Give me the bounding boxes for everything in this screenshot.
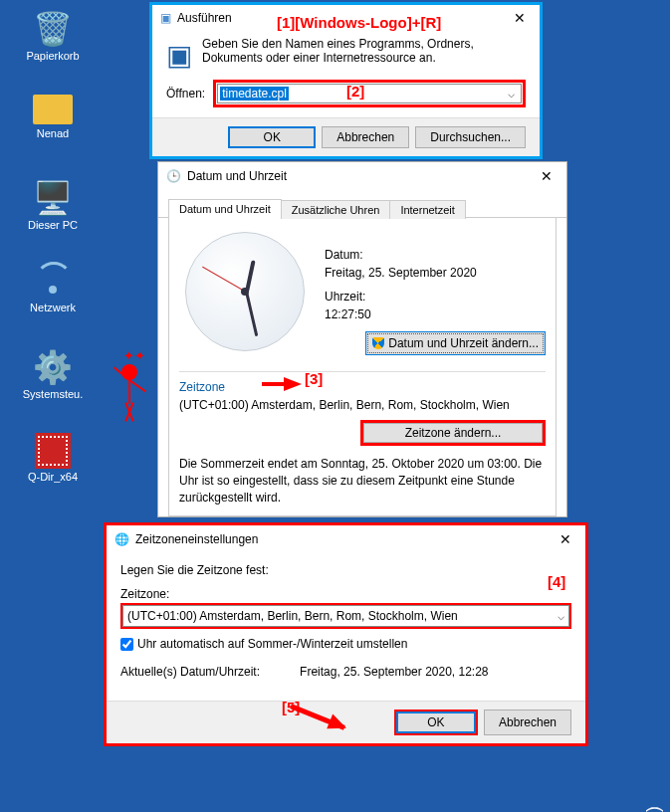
annotation-4: [4] (548, 573, 565, 590)
desktop-icon-label: Q-Dir_x64 (18, 471, 88, 483)
ok-button[interactable]: OK (228, 126, 316, 148)
folder-icon (33, 95, 73, 124)
annotation-3: [3] (305, 370, 323, 387)
timezone-settings-titlebar[interactable]: 🌐 Zeitzoneneinstellungen ✕ (107, 525, 585, 553)
app-icon: ▣ (160, 11, 171, 25)
desktop-icon-label: Dieser PC (18, 219, 88, 231)
desktop-icon-label: Nenad (18, 127, 88, 139)
globe-icon: 🌐 (114, 532, 129, 546)
current-datetime-label: Aktuelle(s) Datum/Uhrzeit: (120, 665, 260, 679)
time-label: Uhrzeit: (325, 288, 546, 305)
stickman-icon: ✦✦ (110, 364, 149, 434)
current-datetime-value: Freitag, 25. September 2020, 12:28 (300, 665, 488, 679)
close-button[interactable]: ✕ (508, 10, 532, 26)
desktop-icon-this-pc[interactable]: 🖥️ Dieser PC (18, 179, 88, 231)
clock-icon: 🕒 (166, 169, 181, 183)
annotation-2: [2] (346, 83, 364, 100)
desktop-icon-user-folder[interactable]: Nenad (18, 95, 88, 139)
desktop-icon-recycle-bin[interactable]: 🗑️ Papierkorb (18, 10, 88, 62)
ok-button[interactable]: OK (396, 711, 476, 733)
dst-auto-checkbox[interactable] (120, 638, 133, 651)
tab-additional-clocks[interactable]: Zusätzliche Uhren (281, 200, 391, 219)
desktop-icon-label: Netzwerk (18, 302, 88, 313)
desktop-icon-label: Systemsteu. (18, 388, 88, 400)
timezone-combo[interactable]: (UTC+01:00) Amsterdam, Berlin, Bern, Rom… (122, 605, 569, 627)
run-input-value: timedate.cpl (220, 87, 289, 101)
shield-icon (372, 337, 384, 349)
chevron-down-icon[interactable]: ⌵ (502, 87, 521, 101)
cancel-button[interactable]: Abbrechen (322, 126, 409, 148)
open-label: Öffnen: (166, 87, 205, 101)
run-input[interactable]: timedate.cpl ⌵ (217, 84, 522, 103)
time-value: 12:27:50 (325, 305, 546, 323)
desktop-icon-label: Papierkorb (18, 50, 88, 62)
desktop-icon-control-panel[interactable]: ⚙️ Systemsteu. (18, 348, 88, 400)
datetime-dialog: 🕒 Datum und Uhrzeit ✕ Datum und Uhrzeit … (157, 161, 567, 517)
chevron-down-icon[interactable]: ⌵ (558, 609, 564, 623)
timezone-header: Zeitzone (179, 380, 546, 394)
tab-row: Datum und Uhrzeit Zusätzliche Uhren Inte… (158, 190, 566, 218)
datetime-titlebar[interactable]: 🕒 Datum und Uhrzeit ✕ (158, 162, 566, 190)
monitor-icon: 🖥️ (18, 179, 88, 217)
desktop-icon-network[interactable]: Netzwerk (18, 264, 88, 313)
close-button[interactable]: ✕ (554, 531, 577, 547)
timezone-prompt: Legen Sie die Zeitzone fest: (120, 563, 571, 577)
run-description: Geben Sie den Namen eines Programms, Ord… (202, 37, 526, 72)
cancel-button[interactable]: Abbrechen (484, 710, 571, 735)
timezone-settings-dialog: 🌐 Zeitzoneneinstellungen ✕ Legen Sie die… (104, 522, 588, 746)
settings-icon: ⚙️ (18, 348, 88, 386)
annotation-1: [1][Windows-Logo]+[R] (277, 14, 441, 31)
date-label: Datum: (325, 246, 546, 264)
timezone-combo-value: (UTC+01:00) Amsterdam, Berlin, Bern, Rom… (127, 609, 458, 623)
dst-info-text: Die Sommerzeit endet am Sonntag, 25. Okt… (179, 456, 546, 506)
analog-clock (185, 232, 305, 351)
run-icon: ▣ (166, 39, 192, 72)
timezone-text: (UTC+01:00) Amsterdam, Berlin, Bern, Rom… (179, 398, 546, 412)
date-value: Freitag, 25. September 2020 (325, 264, 546, 282)
change-timezone-button[interactable]: Zeitzone ändern... (363, 423, 543, 443)
desktop-icon-qdir[interactable]: Q-Dir_x64 (18, 433, 88, 483)
browse-button[interactable]: Durchsuchen... (415, 126, 526, 148)
close-button[interactable]: ✕ (535, 168, 558, 184)
timezone-combo-label: Zeitzone: (120, 587, 571, 601)
change-datetime-button[interactable]: Datum und Uhrzeit ändern... (365, 331, 546, 355)
qdir-icon (35, 433, 71, 469)
trash-icon: 🗑️ (18, 10, 88, 48)
timezone-settings-title-text: Zeitzoneneinstellungen (135, 532, 258, 546)
run-title-text: Ausführen (177, 11, 232, 25)
tab-internet-time[interactable]: Internetzeit (389, 200, 465, 219)
network-icon (33, 264, 73, 300)
tab-datetime[interactable]: Datum und Uhrzeit (168, 199, 282, 218)
arrow-icon (284, 377, 302, 391)
dst-auto-label: Uhr automatisch auf Sommer-/Winterzeit u… (137, 637, 407, 651)
watermark: www.SoftwareOK.de :-) (643, 806, 664, 812)
datetime-title-text: Datum und Uhrzeit (187, 169, 287, 183)
